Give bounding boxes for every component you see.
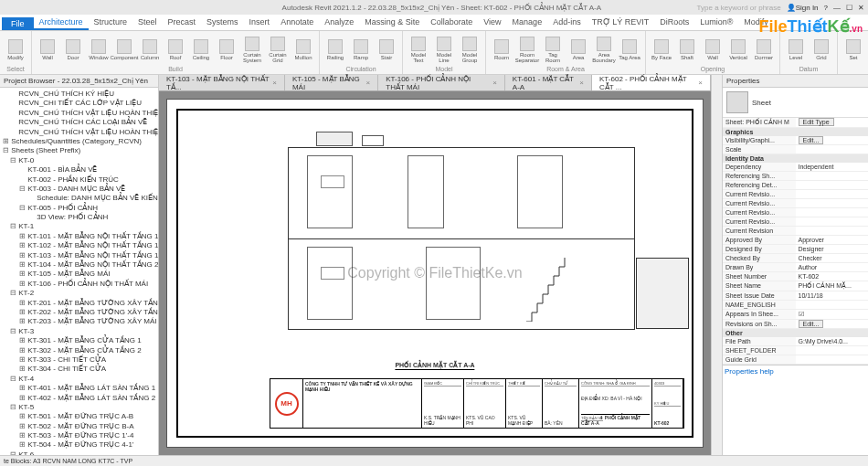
property-row[interactable]: Drawn ByAuthor xyxy=(723,263,868,272)
signin-link[interactable]: 👤 Sign In xyxy=(787,4,819,12)
tree-item[interactable]: ⊞ KT-303 - CHI TIẾT CỬA xyxy=(2,355,156,365)
tree-item[interactable]: RCVN_CHI TIẾT CÁC LỚP VẬT LIỆU xyxy=(2,99,156,108)
tree-item[interactable]: ⊟ KT-5 xyxy=(2,403,156,412)
property-row[interactable]: Current Revisio... xyxy=(723,208,868,217)
maximize-icon[interactable]: ☐ xyxy=(846,4,852,12)
tree-item[interactable]: KT-001 - BÌA BẢN VẼ xyxy=(2,165,156,175)
close-icon[interactable]: × xyxy=(366,79,371,87)
tree-item[interactable]: ⊟ Sheets (Sheet Prefix) xyxy=(2,146,156,155)
close-icon[interactable]: × xyxy=(492,79,497,87)
property-row[interactable]: Sheet NumberKT-602 xyxy=(723,272,868,281)
doc-tab[interactable]: KT-105 - MẶT BẰNG MÁI× xyxy=(285,75,378,90)
search-hint[interactable]: Type a keyword or phrase xyxy=(697,4,781,12)
tag-room-button[interactable]: Tag Room xyxy=(541,33,565,66)
wall-button[interactable]: Wall xyxy=(701,33,725,66)
ribbon-tab-manage[interactable]: Manage xyxy=(507,16,548,30)
help-icon[interactable]: ? xyxy=(824,4,828,12)
window-button[interactable]: Window xyxy=(87,33,111,66)
tree-item[interactable]: RCVN_CHÚ THÍCH KÝ HIỆU xyxy=(2,90,156,99)
doc-tab[interactable]: KT-103 - MẶT BẰNG NỘI THẤT TẦ...× xyxy=(159,75,285,90)
mullion-button[interactable]: Mullion xyxy=(291,33,315,66)
tree-item[interactable]: ⊞ KT-103 - MẶT BẰNG NỘI THẤT TẦNG 1 xyxy=(2,251,156,260)
floor-button[interactable]: Floor xyxy=(215,33,238,66)
room-separator-button[interactable]: Room Separator xyxy=(515,33,539,66)
tree-item[interactable]: RCVN_CHÚ THÍCH CÁC LOẠI BẢN VẼ xyxy=(2,118,156,127)
edit-type-button[interactable]: Edit Type xyxy=(799,118,834,126)
tree-item[interactable]: ⊞ KT-202 - MẶT BẰNG TƯỜNG XÂY TẦNG 2 xyxy=(2,308,156,317)
area-boundary-button[interactable]: Area Boundary xyxy=(592,33,616,66)
ribbon-tab-diroots[interactable]: DiRoots xyxy=(654,16,694,30)
property-row[interactable]: Approved ByApprover xyxy=(723,236,868,245)
area-button[interactable]: Area xyxy=(566,33,590,66)
property-row[interactable]: Referencing Det... xyxy=(723,181,868,190)
curtain-grid-button[interactable]: Curtain Grid xyxy=(266,33,290,66)
tree-item[interactable]: ⊞ KT-301 - MẶT BẰNG CỬA TẦNG 1 xyxy=(2,336,156,345)
tree-item[interactable]: ⊞ KT-104 - MẶT BẰNG NỘI THẤT TẦNG 2 xyxy=(2,260,156,270)
property-row[interactable]: Sheet Issue Date10/11/18 xyxy=(723,291,868,301)
property-row[interactable]: Sheet NamePHỐI CẢNH MẶ... xyxy=(723,281,868,291)
property-row[interactable]: Designed ByDesigner xyxy=(723,245,868,254)
property-row[interactable]: Checked ByChecker xyxy=(723,254,868,263)
tree-item[interactable]: ⊟ KT-005 - PHỐI CẢNH xyxy=(2,204,156,213)
close-icon[interactable]: × xyxy=(272,79,277,87)
door-button[interactable]: Door xyxy=(61,33,85,66)
project-browser-tree[interactable]: RCVN_CHÚ THÍCH KÝ HIỆU RCVN_CHI TIẾT CÁC… xyxy=(0,88,158,455)
tree-item[interactable]: ⊟ KT-003 - DANH MỤC BẢN VẼ xyxy=(2,185,156,194)
ribbon-tab-insert[interactable]: Insert xyxy=(244,16,276,30)
tree-item[interactable]: Schedule: DANH MỤC BẢN VẼ KIẾN TRÚC xyxy=(2,194,156,203)
ribbon-tab-architecture[interactable]: Architecture xyxy=(34,16,89,30)
property-row[interactable]: Current Revisio... xyxy=(723,190,868,199)
model-group-button[interactable]: Model Group xyxy=(458,33,482,66)
tree-item[interactable]: ⊞ KT-105 - MẶT BẰNG MÁI xyxy=(2,270,156,279)
tree-item[interactable]: ⊞ KT-304 - CHI TIẾT CỬA xyxy=(2,365,156,374)
ribbon-tab-collaborate[interactable]: Collaborate xyxy=(425,16,478,30)
doc-tab[interactable]: KT-106 - PHỐI CẢNH NỘI THẤT MÁI× xyxy=(378,75,505,90)
property-row[interactable]: Revisions on Sh...Edit... xyxy=(723,320,868,329)
room-button[interactable]: Room xyxy=(490,33,513,66)
property-row[interactable]: Current Revisio... xyxy=(723,199,868,208)
doc-tab[interactable]: KT-601 - MẶT CẮT A-A× xyxy=(505,75,592,90)
property-row[interactable]: File PathG:\My Drive\4.0... xyxy=(723,337,868,346)
tree-item[interactable]: ⊞ KT-201 - MẶT BẰNG TƯỜNG XÂY TẦNG 1 xyxy=(2,299,156,308)
ribbon-tab-tr-l-revit[interactable]: TRỢ LÝ REVIT xyxy=(587,16,655,30)
ribbon-tab-view[interactable]: View xyxy=(478,16,506,30)
tree-item[interactable]: ⊞ KT-501 - MẶT ĐỨNG TRỤC A-B xyxy=(2,412,156,421)
tree-item[interactable]: ⊞ Schedules/Quantities (Category_RCVN) xyxy=(2,137,156,146)
tree-item[interactable]: ⊞ KT-504 - MẶT ĐỨNG TRỤC 4-1' xyxy=(2,440,156,450)
tree-item[interactable]: 3D View: PHỐI CẢNH xyxy=(2,213,156,222)
ribbon-tab-lumion-[interactable]: Lumion® xyxy=(694,16,738,30)
tree-item[interactable]: ⊞ KT-503 - MẶT ĐỨNG TRỤC 1'-4 xyxy=(2,431,156,440)
tree-item[interactable]: ⊞ KT-101 - MẶT BẰNG NỘI THẤT TẦNG 1 xyxy=(2,232,156,241)
ribbon-tab-steel[interactable]: Steel xyxy=(132,16,163,30)
stair-button[interactable]: Stair xyxy=(375,33,398,66)
tree-item[interactable]: RCVN_CHÚ THÍCH VẬT LIỆU HOÀN THIỆN xyxy=(2,109,156,118)
property-row[interactable]: Current Revision xyxy=(723,227,868,236)
property-row[interactable]: Current Revisio... xyxy=(723,217,868,227)
tree-item[interactable]: ⊞ KT-203 - MẶT BẰNG TƯỜNG XÂY MÁI xyxy=(2,317,156,326)
curtain-system-button[interactable]: Curtain System xyxy=(240,33,264,66)
file-tab[interactable]: File xyxy=(2,17,34,30)
property-row[interactable]: NAME_ENGLISH xyxy=(723,301,868,310)
tree-item[interactable]: ⊟ KT-4 xyxy=(2,375,156,384)
column-button[interactable]: Column xyxy=(138,33,162,66)
level-button[interactable]: Level xyxy=(784,33,808,66)
modify-button[interactable]: Modify xyxy=(4,33,27,66)
ribbon-tab-precast[interactable]: Precast xyxy=(163,16,202,30)
shaft-button[interactable]: Shaft xyxy=(675,33,699,66)
tree-item[interactable]: ⊟ KT-0 xyxy=(2,156,156,165)
tree-item[interactable]: ⊞ KT-106 - PHỐI CẢNH NỘI THẤT MÁI xyxy=(2,280,156,289)
vertical-button[interactable]: Vertical xyxy=(726,33,750,66)
tree-item[interactable]: ⊞ KT-401 - MẶT BẰNG LÁT SÀN TẦNG 1 xyxy=(2,384,156,393)
tree-item[interactable]: ⊞ KT-302 - MẶT BẰNG CỬA TẦNG 2 xyxy=(2,346,156,355)
tag-area-button[interactable]: Tag Area xyxy=(618,33,641,66)
tree-item[interactable]: ⊞ KT-102 - MẶT BẰNG NỘI THẤT TẦNG 1 xyxy=(2,241,156,250)
ribbon-tab-analyze[interactable]: Analyze xyxy=(319,16,359,30)
close-icon[interactable]: ✕ xyxy=(858,4,864,12)
ribbon-tab-systems[interactable]: Systems xyxy=(201,16,244,30)
property-row[interactable]: Referencing Sh... xyxy=(723,172,868,181)
property-row[interactable]: Scale xyxy=(723,145,868,154)
tree-item[interactable]: ⊟ KT-1 xyxy=(2,222,156,231)
property-row[interactable]: Visibility/Graphi...Edit... xyxy=(723,136,868,145)
tree-item[interactable]: ⊞ KT-502 - MẶT ĐỨNG TRỤC B-A xyxy=(2,422,156,431)
ribbon-tab-massing-site[interactable]: Massing & Site xyxy=(359,16,425,30)
